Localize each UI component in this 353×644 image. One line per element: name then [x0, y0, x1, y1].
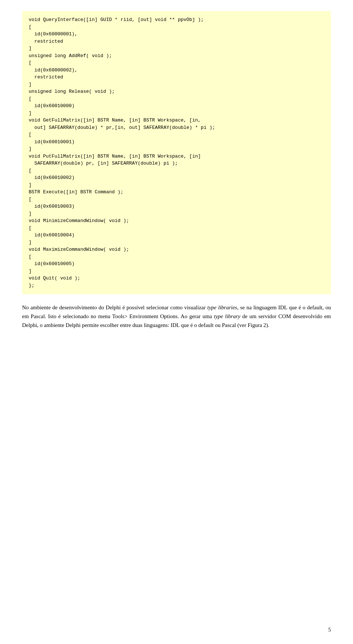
italic-type-library: type library — [214, 313, 240, 319]
page-number: 5 — [328, 627, 331, 633]
paragraph-1: No ambiente de desenvolvimento do Delphi… — [22, 303, 331, 330]
italic-type-libraries: type libraries — [207, 305, 237, 310]
code-listing: void QueryInterface([in] GUID * riid, [o… — [22, 11, 331, 294]
prose-section: No ambiente de desenvolvimento do Delphi… — [22, 303, 331, 330]
text-before-italic1: No ambiente de desenvolvimento do Delphi… — [22, 305, 207, 310]
